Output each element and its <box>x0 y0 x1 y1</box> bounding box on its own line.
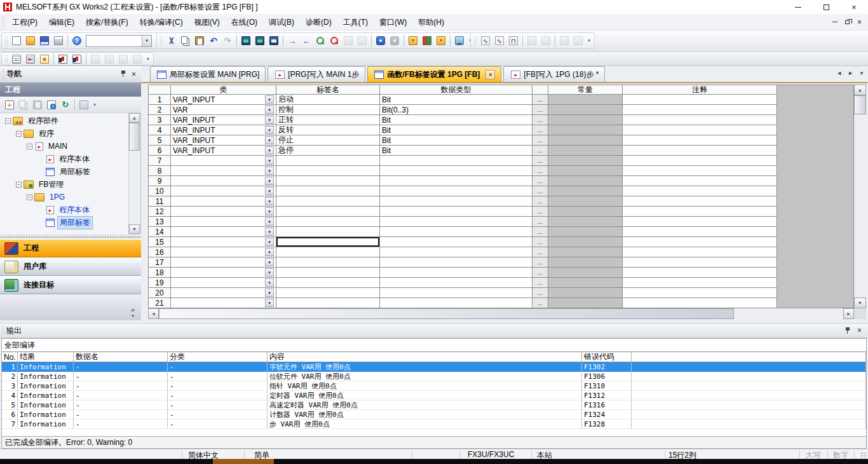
data-type-cell[interactable] <box>380 247 532 257</box>
data-type-browse-button[interactable]: ... <box>532 278 548 288</box>
data-type-browse-button[interactable]: ... <box>532 115 548 125</box>
menu-item-3[interactable]: 转换/编译(C) <box>134 15 189 29</box>
class-cell[interactable]: ▼ <box>171 288 276 298</box>
property-icon[interactable] <box>44 98 58 112</box>
class-dropdown-icon[interactable]: ▼ <box>265 238 274 246</box>
class-cell[interactable]: ▼ <box>171 268 276 278</box>
comment-cell[interactable] <box>623 298 777 308</box>
data-type-cell[interactable] <box>380 257 532 268</box>
class-cell[interactable]: VAR_INPUT▼ <box>171 95 276 105</box>
data-type-cell[interactable] <box>380 268 532 278</box>
scroll-down-icon[interactable]: ▼ <box>854 297 866 308</box>
data-type-cell[interactable] <box>380 288 532 298</box>
open-project-icon[interactable] <box>24 34 37 48</box>
label-name-cell[interactable]: 启动 <box>276 95 380 105</box>
comment-cell[interactable] <box>623 186 777 196</box>
toolbar-overflow-icon[interactable]: ▾ <box>585 38 593 43</box>
menu-item-1[interactable]: 编辑(E) <box>43 15 80 29</box>
data-type-browse-button[interactable]: ... <box>532 176 548 186</box>
row-number[interactable]: 1 <box>149 95 171 105</box>
label-name-cell[interactable] <box>276 298 380 308</box>
label-name-cell[interactable]: 控制 <box>276 105 380 115</box>
class-dropdown-icon[interactable]: ▼ <box>265 228 274 236</box>
toolbar-grip[interactable] <box>1 17 4 28</box>
device-search-read-icon[interactable] <box>327 34 341 48</box>
view-buttons-overflow[interactable]: »▾ <box>0 294 141 320</box>
row-number[interactable]: 6 <box>149 146 171 156</box>
scroll-up-icon[interactable]: ▲ <box>129 113 140 123</box>
tree-expander-icon[interactable]: − <box>16 131 22 137</box>
class-dropdown-icon[interactable]: ▼ <box>265 217 274 226</box>
comment-cell[interactable] <box>623 95 777 105</box>
row-number[interactable]: 15 <box>149 237 171 247</box>
class-cell[interactable]: ▼ <box>171 207 276 217</box>
sampling-trace-2-icon[interactable]: ∿ <box>492 34 506 48</box>
insert-row-above-icon[interactable]: ← <box>10 52 24 66</box>
tab-scroll-right-icon[interactable]: ► <box>848 70 853 76</box>
class-cell[interactable]: VAR_INPUT▼ <box>171 135 276 146</box>
label-name-cell[interactable] <box>276 176 380 186</box>
label-name-cell[interactable] <box>276 257 380 268</box>
data-type-browse-button[interactable]: ... <box>532 166 548 176</box>
mdi-close-icon[interactable]: × <box>857 18 862 26</box>
panel-splitter[interactable] <box>0 234 141 239</box>
class-dropdown-icon[interactable]: ▼ <box>265 248 274 256</box>
data-type-browse-button[interactable]: ... <box>532 186 548 196</box>
output-row-2[interactable]: 2Information--位软元件 VAR用 使用0点F1306 <box>2 372 866 381</box>
maximize-button[interactable] <box>812 0 840 14</box>
output-row-6[interactable]: 6Information--计数器 VAR用 使用0点F1324 <box>2 410 866 420</box>
class-dropdown-icon[interactable]: ▼ <box>265 278 274 287</box>
tab-close-icon[interactable]: × <box>485 70 495 79</box>
comment-cell[interactable] <box>623 105 777 115</box>
class-cell[interactable]: ▼ <box>171 237 276 247</box>
comment-cell[interactable] <box>623 146 777 156</box>
data-type-cell[interactable]: Bit <box>380 125 532 135</box>
menu-item-10[interactable]: 帮助(H) <box>412 15 450 29</box>
tab-list-icon[interactable]: ▼ <box>859 71 864 76</box>
resize-grip[interactable] <box>860 452 867 458</box>
menu-item-6[interactable]: 调试(B) <box>263 15 300 29</box>
tree-item-5[interactable]: −FB管理 <box>0 178 128 191</box>
toolbar-grip[interactable] <box>159 36 163 46</box>
row-number[interactable]: 14 <box>149 227 171 237</box>
data-type-browse-button[interactable]: ... <box>532 196 548 207</box>
comment-cell[interactable] <box>623 176 777 186</box>
paste-icon[interactable] <box>193 34 207 48</box>
tab-scroll-left-icon[interactable]: ◄ <box>836 70 842 76</box>
row-number[interactable]: 4 <box>149 125 171 135</box>
data-type-cell[interactable] <box>380 298 532 308</box>
scroll-thumb[interactable] <box>129 123 140 151</box>
label-name-cell[interactable] <box>276 217 380 227</box>
copy-icon[interactable] <box>179 34 193 48</box>
tree-scrollbar[interactable]: ▲ ▼ <box>128 113 140 234</box>
row-number[interactable]: 11 <box>149 196 171 207</box>
sampling-trace-1-icon[interactable]: ∿ <box>478 34 492 48</box>
output-row-4[interactable]: 4Information--定时器 VAR用 使用0点F1312 <box>2 391 866 400</box>
insert-row-below-icon[interactable]: ⇤ <box>24 52 37 66</box>
scroll-thumb[interactable] <box>854 95 866 114</box>
jump-read-icon[interactable] <box>434 34 448 48</box>
class-dropdown-icon[interactable]: ▼ <box>265 258 274 266</box>
label-name-cell[interactable] <box>276 278 380 288</box>
menu-item-7[interactable]: 诊断(D) <box>300 15 337 29</box>
data-type-browse-button[interactable]: ... <box>532 95 548 105</box>
data-type-cell[interactable]: Bit <box>380 135 532 146</box>
undo-icon[interactable]: ↶ <box>207 34 220 48</box>
close-panel-icon[interactable]: × <box>132 71 136 78</box>
transfer-write-icon[interactable]: → <box>285 34 299 48</box>
new-project-icon[interactable] <box>10 34 24 48</box>
toolbar-grip[interactable] <box>4 36 8 46</box>
scroll-thumb[interactable] <box>159 308 734 319</box>
class-dropdown-icon[interactable]: ▼ <box>265 289 274 297</box>
output-row-1[interactable]: 1Information--字软元件 VAR用 使用0点F1302 <box>2 362 866 372</box>
comment-cell[interactable] <box>623 227 777 237</box>
grid-vertical-scrollbar[interactable]: ▲ ▼ <box>854 85 866 308</box>
write-and-transfer-icon[interactable] <box>420 34 434 48</box>
menu-item-4[interactable]: 视图(V) <box>189 15 226 29</box>
close-panel-icon[interactable]: × <box>857 327 862 334</box>
data-type-browse-button[interactable]: ... <box>532 125 548 135</box>
class-dropdown-icon[interactable]: ▼ <box>265 268 274 276</box>
class-dropdown-icon[interactable]: ▼ <box>265 146 274 154</box>
data-type-cell[interactable] <box>380 227 532 237</box>
data-type-cell[interactable] <box>380 207 532 217</box>
